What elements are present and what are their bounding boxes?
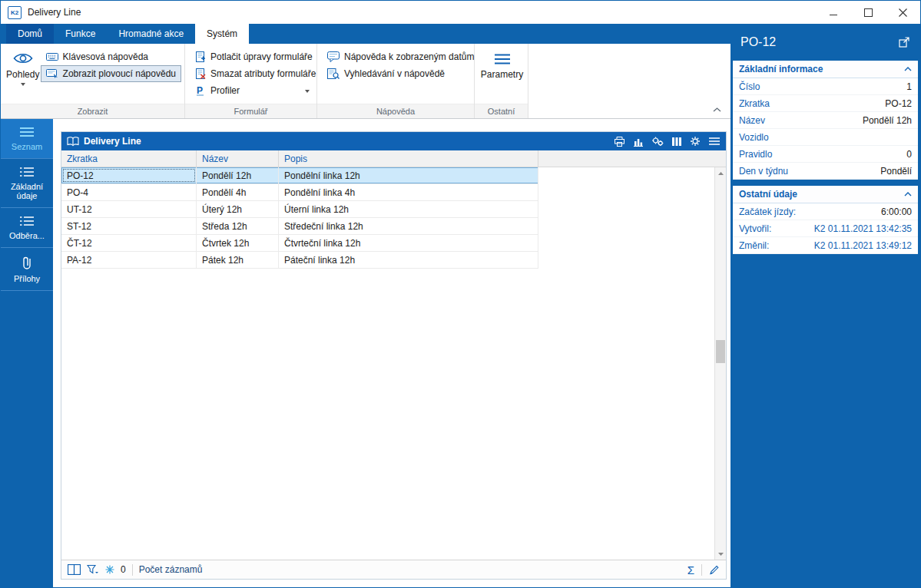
vertical-scrollbar[interactable] (714, 167, 726, 560)
parametry-label: Parametry (481, 69, 523, 80)
group-label-napoveda: Nápověda (317, 104, 474, 118)
field-value: Pondělí 12h (863, 115, 912, 126)
klavesova-napoveda-button[interactable]: Klávesová nápověda (41, 48, 181, 65)
tab-hromadne-akce[interactable]: Hromadné akce (107, 24, 195, 44)
cell-nazev: Pondělí 12h (197, 167, 279, 183)
column-header-nazev[interactable]: Název (197, 150, 279, 167)
collapse-chevron-icon[interactable] (904, 192, 912, 197)
napoveda-k-datum-button[interactable]: Nápověda k zobrazeným datům (322, 48, 479, 65)
potlacit-upravy-button[interactable]: Potlačit úpravy formuláře (190, 48, 321, 65)
table-row[interactable]: ST-12 Středa 12h Středeční linka 12h (61, 218, 538, 235)
cell-popis: Pondělní linka 12h (279, 167, 538, 183)
gears-icon[interactable] (651, 136, 664, 147)
ribbon-group-ostatni: Parametry Ostatní (475, 44, 528, 118)
sidebar-item-seznam[interactable]: Seznam (1, 119, 53, 159)
chart-icon[interactable] (633, 137, 644, 147)
table-row[interactable]: ČT-12 Čtvrtek 12h Čtvrteční linka 12h (61, 235, 538, 252)
scroll-down-icon[interactable] (715, 548, 726, 560)
smazat-atributy-button[interactable]: Smazat atributy formuláře (190, 65, 321, 82)
detail-list-icon (19, 216, 35, 226)
field-label: Vozidlo (739, 132, 769, 143)
grid-header: Zkratka Název Popis (61, 150, 726, 167)
collapse-chevron-icon[interactable] (904, 67, 912, 71)
detail-list-icon (19, 167, 35, 177)
column-header-zkratka[interactable]: Zkratka (61, 150, 197, 167)
paperclip-icon (22, 256, 32, 269)
table-statusbar: 0 Počet záznamů Σ (61, 560, 726, 579)
filter-icon[interactable] (87, 564, 99, 575)
column-header-popis[interactable]: Popis (279, 150, 538, 167)
settings-gear-icon[interactable] (690, 136, 701, 147)
parametry-button[interactable]: Parametry (480, 47, 525, 80)
sum-icon[interactable]: Σ (687, 564, 694, 576)
tab-funkce[interactable]: Funkce (54, 24, 107, 44)
tab-system[interactable]: Systém (195, 24, 249, 44)
potlacit-upravy-label: Potlačit úpravy formuláře (210, 51, 313, 62)
pohledy-dropdown-caret (21, 83, 25, 86)
statusbar-separator (701, 564, 702, 576)
table-panel: Delivery Line (61, 131, 727, 580)
cell-zkratka: PO-12 (61, 167, 197, 183)
formular-dropdown-caret[interactable] (305, 90, 310, 93)
pohledy-button[interactable]: Pohledy (5, 47, 41, 86)
cell-zkratka: PA-12 (61, 252, 197, 268)
smazat-atributy-label: Smazat atributy formuláře (210, 68, 316, 79)
ribbon-group-formular: Potlačit úpravy formuláře Smazat atribut… (185, 44, 317, 118)
table-row[interactable]: PO-12 Pondělí 12h Pondělní linka 12h (61, 167, 538, 184)
napoveda-k-datum-label: Nápověda k zobrazeným datům (344, 51, 474, 62)
group-label-ostatni: Ostatní (475, 104, 528, 118)
detail-panel-header: PO-12 (731, 24, 920, 61)
cell-zkratka: PO-4 (61, 184, 197, 200)
columns-icon[interactable] (671, 137, 682, 147)
table-row[interactable]: PA-12 Pátek 12h Páteční linka 12h (61, 252, 538, 269)
plovouci-napoveda-toggle[interactable]: Zobrazit plovoucí nápovědu (41, 65, 181, 82)
ribbon-collapse-chevron-icon[interactable] (713, 101, 721, 115)
table-row[interactable]: PO-4 Pondělí 4h Pondělní linka 4h (61, 184, 538, 201)
vyhledavani-napoveda-label: Vyhledávání v nápovědě (344, 68, 445, 79)
tab-domu[interactable]: Domů (6, 24, 54, 44)
sidebar-label-odberatele: Odběra... (9, 231, 45, 240)
sidebar-item-zakladni-udaje[interactable]: Základní údaje (1, 159, 53, 208)
cell-zkratka: ST-12 (61, 218, 197, 234)
scroll-up-icon[interactable] (715, 167, 726, 179)
profiler-button[interactable]: P Profiler (190, 82, 321, 99)
field-value[interactable]: K2 01.11.2021 13:42:35 (814, 223, 912, 234)
minimize-button[interactable] (817, 1, 851, 24)
group-label-formular: Formulář (185, 104, 316, 118)
sidebar-label-prilohy: Přílohy (14, 274, 40, 283)
field-value: 0 (906, 149, 912, 160)
scrollbar-thumb[interactable] (716, 340, 725, 363)
table-row[interactable]: UT-12 Úterý 12h Úterní linka 12h (61, 201, 538, 218)
open-in-window-icon[interactable] (898, 36, 910, 48)
statusbar-separator (132, 564, 133, 576)
field-row-vozidlo: Vozidlo (733, 129, 918, 146)
window-controls (817, 1, 920, 24)
sidebar-item-prilohy[interactable]: Přílohy (1, 248, 53, 291)
field-value[interactable]: K2 01.11.2021 13:49:12 (814, 240, 912, 251)
section-ostatni-udaje: Ostatní údaje Začátek jízdy: 6:00:00 Vyt… (733, 186, 918, 254)
field-row-zmenil: Změnil: K2 01.11.2021 13:49:12 (733, 237, 918, 254)
cell-popis: Páteční linka 12h (279, 252, 538, 268)
edit-pencil-icon[interactable] (709, 564, 720, 575)
help-bubble-icon (327, 51, 340, 62)
sidebar-item-odberatele[interactable]: Odběra... (1, 208, 53, 248)
snowflake-icon[interactable] (105, 565, 114, 574)
ribbon-group-napoveda: Nápověda k zobrazeným datům Vyhledávání … (317, 44, 475, 118)
vyhledavani-napoveda-button[interactable]: Vyhledávání v nápovědě (322, 65, 479, 82)
detail-title: PO-12 (740, 35, 776, 49)
print-icon[interactable] (614, 136, 625, 147)
sidebar-label-seznam: Seznam (12, 142, 42, 151)
field-label: Pravidlo (739, 149, 772, 160)
close-button[interactable] (886, 1, 920, 24)
keyboard-icon (46, 52, 58, 61)
menu-icon[interactable] (708, 137, 721, 146)
section-header[interactable]: Ostatní údaje (733, 186, 918, 203)
cell-nazev: Čtvrtek 12h (197, 235, 279, 251)
section-header[interactable]: Základní informace (733, 61, 918, 78)
cell-popis: Středeční linka 12h (279, 218, 538, 234)
cell-nazev: Středa 12h (197, 218, 279, 234)
panes-icon[interactable] (68, 564, 81, 575)
cell-nazev: Pátek 12h (197, 252, 279, 268)
maximize-button[interactable] (851, 1, 886, 24)
profiler-label: Profiler (210, 85, 240, 96)
